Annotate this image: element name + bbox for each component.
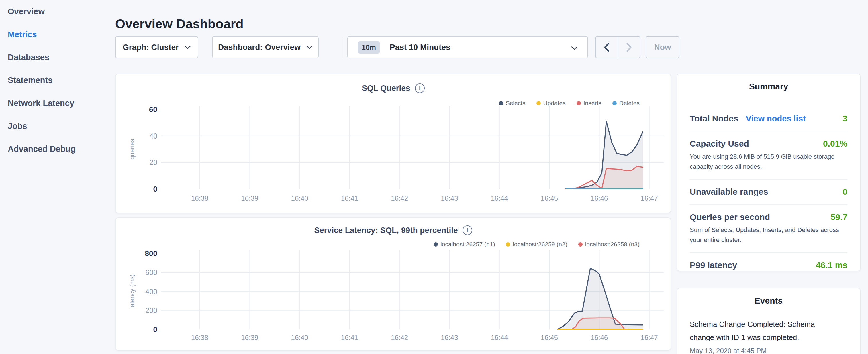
chevron-right-icon	[626, 42, 632, 52]
chevron-left-icon	[603, 42, 610, 52]
summary-row-label: Unavailable ranges	[690, 187, 768, 197]
y-tick-label: 40	[149, 132, 157, 140]
event-timestamp: May 13, 2020 at 4:45 PM	[690, 347, 847, 354]
x-tick-label: 16:42	[391, 194, 408, 202]
sidebar-item-databases[interactable]: Databases	[8, 53, 76, 62]
events-list: Schema Change Completed: Schema change w…	[690, 318, 847, 354]
y-tick-label: 20	[149, 158, 157, 166]
chevron-down-icon	[306, 45, 313, 49]
summary-rows: Total NodesView nodes list3Capacity Used…	[690, 106, 847, 278]
chevron-down-icon	[185, 45, 191, 49]
x-tick-label: 16:41	[341, 194, 358, 202]
service-latency-chart: 020040060080016:3816:3916:4016:4116:4216…	[116, 218, 671, 350]
x-tick-label: 16:46	[591, 334, 608, 342]
x-tick-label: 16:38	[191, 194, 208, 202]
summary-row-label: Total Nodes	[690, 114, 738, 123]
x-tick-label: 16:44	[491, 334, 508, 342]
summary-row-description: Sum of Selects, Updates, Inserts, and De…	[690, 225, 847, 245]
dashboard-label: Dashboard: Overview	[218, 43, 301, 52]
x-tick-label: 16:40	[291, 194, 308, 202]
controls-divider	[342, 37, 342, 58]
time-range-label: Past 10 Minutes	[390, 43, 451, 52]
chevron-down-icon	[571, 46, 578, 50]
dashboard-dropdown[interactable]: Dashboard: Overview	[212, 36, 319, 58]
y-tick-label: 0	[153, 325, 157, 334]
x-tick-label: 16:42	[391, 334, 408, 342]
summary-row-description: You are using 28.6 MiB of 515.9 GiB usab…	[690, 152, 847, 171]
y-axis-label: queries	[128, 139, 135, 160]
event-message: Schema Change Completed: Schema change w…	[690, 318, 819, 344]
x-tick-label: 16:47	[641, 194, 658, 202]
y-tick-label: 200	[145, 307, 157, 315]
events-title: Events	[690, 296, 847, 305]
x-tick-label: 16:43	[441, 334, 458, 342]
sidebar: OverviewMetricsDatabasesStatementsNetwor…	[8, 7, 76, 167]
x-tick-label: 16:44	[491, 194, 508, 202]
summary-row-total-nodes: Total NodesView nodes list3	[690, 106, 847, 131]
sidebar-item-jobs[interactable]: Jobs	[8, 121, 76, 131]
sidebar-item-metrics[interactable]: Metrics	[8, 30, 76, 39]
summary-row-unavailable-ranges: Unavailable ranges0	[690, 180, 847, 205]
summary-row-capacity-used: Capacity Used0.01%You are using 28.6 MiB…	[690, 131, 847, 180]
events-panel: Events Schema Change Completed: Schema c…	[677, 288, 861, 354]
now-button[interactable]: Now	[646, 36, 679, 58]
time-step-buttons	[595, 36, 641, 58]
event-item[interactable]: Schema Change Completed: Schema change w…	[690, 318, 847, 354]
summary-row-label: P99 latency	[690, 260, 737, 270]
x-tick-label: 16:45	[541, 194, 558, 202]
sidebar-item-advanced-debug[interactable]: Advanced Debug	[8, 144, 76, 154]
x-tick-label: 16:41	[341, 334, 358, 342]
service-latency-card: Service Latency: SQL, 99th percentile i …	[115, 217, 671, 351]
page-title: Overview Dashboard	[115, 17, 244, 32]
y-tick-label: 400	[145, 288, 157, 296]
x-tick-label: 16:47	[641, 334, 658, 342]
x-tick-label: 16:43	[441, 194, 458, 202]
next-time-button[interactable]	[618, 37, 640, 58]
sql-queries-card: SQL Queries i SelectsUpdatesInsertsDelet…	[115, 74, 671, 213]
summary-row-value: 0.01%	[823, 139, 847, 149]
view-nodes-link[interactable]: View nodes list	[746, 114, 806, 123]
sql-queries-chart: 020406016:3816:3916:4016:4116:4216:4316:…	[116, 74, 671, 213]
x-tick-label: 16:39	[241, 334, 258, 342]
time-range-badge: 10m	[358, 41, 380, 54]
sidebar-item-overview[interactable]: Overview	[8, 7, 76, 16]
y-axis-label: latency (ms)	[128, 275, 135, 309]
y-tick-label: 600	[145, 268, 157, 277]
y-tick-label: 60	[149, 105, 157, 114]
sidebar-item-network-latency[interactable]: Network Latency	[8, 98, 76, 108]
graph-scope-dropdown[interactable]: Graph: Cluster	[115, 36, 198, 58]
previous-time-button[interactable]	[596, 37, 618, 58]
graph-scope-label: Graph: Cluster	[123, 43, 179, 52]
summary-row-label: Queries per second	[690, 212, 770, 222]
x-tick-label: 16:46	[591, 194, 608, 202]
time-range-selector[interactable]: 10m Past 10 Minutes	[347, 36, 588, 58]
x-tick-label: 16:39	[241, 194, 258, 202]
summary-row-queries-per-second: Queries per second59.7Sum of Selects, Up…	[690, 205, 847, 253]
y-tick-label: 800	[145, 249, 157, 258]
sidebar-item-statements[interactable]: Statements	[8, 75, 76, 85]
summary-row-value: 46.1 ms	[816, 260, 847, 270]
summary-row-value: 0	[842, 187, 847, 197]
y-tick-label: 0	[153, 185, 157, 193]
summary-row-p99-latency: P99 latency46.1 ms	[690, 253, 847, 278]
summary-row-value: 59.7	[831, 212, 847, 222]
summary-row-value: 3	[842, 114, 847, 123]
summary-panel: Summary Total NodesView nodes list3Capac…	[677, 74, 861, 271]
summary-row-label: Capacity Used	[690, 139, 749, 149]
x-tick-label: 16:40	[291, 334, 308, 342]
x-tick-label: 16:38	[191, 334, 208, 342]
summary-title: Summary	[690, 82, 847, 91]
x-tick-label: 16:45	[541, 334, 558, 342]
